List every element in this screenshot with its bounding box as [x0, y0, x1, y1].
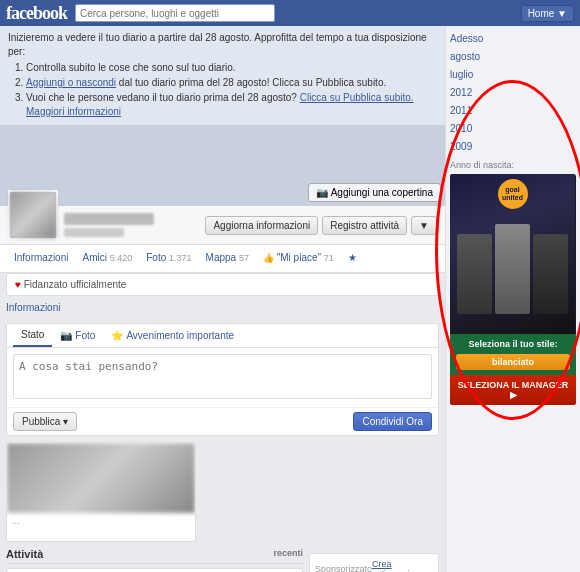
right-sidebar: Adesso agosto luglio 2012 2011 2010 2009… [445, 26, 580, 572]
feed-post-1[interactable]: ... [6, 442, 196, 542]
cover-photo-area: 📷 Aggiungi una copertina [0, 126, 445, 206]
notif-item-2: Aggiungi o nascondi dal tuo diario prima… [26, 76, 437, 90]
status-bottom-bar: Pubblica ▾ Condividi Ora [7, 407, 438, 435]
notif-link-1[interactable]: Aggiungi o nascondi [26, 77, 116, 88]
profile-name-area [64, 213, 199, 237]
tab-informazioni[interactable]: Informazioni [8, 246, 74, 271]
year-luglio[interactable]: luglio [450, 66, 576, 84]
ad-manager-button[interactable]: SELEZIONA IL MANAGER ▶ [450, 375, 576, 405]
ad-select-label: Seleziona il tuo stile: [456, 339, 570, 351]
profile-actions: Aggiorna informazioni Registro attività … [205, 216, 437, 235]
profile-name [64, 213, 154, 225]
relationship-status: ♥ Fidanzato ufficialmente [6, 273, 439, 296]
add-cover-button[interactable]: 📷 Aggiungi una copertina [308, 183, 441, 202]
update-info-button[interactable]: Aggiorna informazioni [205, 216, 318, 235]
profile-avatar [8, 190, 58, 240]
ad-manager-label: SELEZIONA IL MANAGER ▶ [456, 380, 570, 400]
tab-stato[interactable]: Stato [13, 324, 52, 347]
ad-soccer-scene [450, 174, 575, 334]
feed-area: ... [6, 442, 439, 542]
goalunited-ad[interactable]: goal united Seleziona il tuo stile: bila… [450, 174, 576, 405]
notification-bar: Inizieremo a vedere il tuo diario a part… [0, 26, 445, 126]
tab-amici[interactable]: Amici 5.420 [76, 246, 138, 271]
profile-area: Aggiorna informazioni Registro attività … [0, 206, 445, 245]
citazioni-item: Citazioni. ... [6, 568, 303, 572]
status-compose-area: Stato 📷 Foto ⭐ Avvenimento importante Pu… [6, 323, 439, 436]
status-tabs: Stato 📷 Foto ⭐ Avvenimento importante [7, 324, 438, 348]
home-button[interactable]: Home ▼ [521, 5, 574, 22]
heart-icon: ♥ [15, 279, 21, 290]
profile-sub [64, 228, 124, 237]
ad-people [457, 194, 568, 314]
ad-image: goal united [450, 174, 575, 334]
thumbs-up-icon: 👍 [263, 253, 274, 263]
maggiori-info-link[interactable]: Maggiori informazioni [26, 106, 121, 117]
tab-mappa[interactable]: Mappa 57 [200, 246, 255, 271]
status-input-area [7, 348, 438, 407]
year-2010[interactable]: 2010 [450, 120, 576, 138]
ad-person-1 [457, 234, 492, 314]
facebook-logo: facebook [6, 3, 67, 24]
activities-header: Attività recenti [6, 548, 303, 564]
notif-text: Inizieremo a vedere il tuo diario a part… [8, 32, 427, 57]
tab-mi-piace[interactable]: 👍 "Mi piace" 71 [257, 246, 340, 271]
tab-avvenimento[interactable]: ⭐ Avvenimento importante [103, 324, 242, 347]
year-navigation: Adesso agosto luglio 2012 2011 2010 2009 [450, 30, 576, 156]
ad-person-2 [495, 224, 530, 314]
tab-foto-upload[interactable]: 📷 Foto [52, 324, 103, 347]
notif-item-1: Controlla subito le cose che sono sul tu… [26, 61, 437, 75]
ad-person-3 [533, 234, 568, 314]
profile-tabs: Informazioni Amici 5.420 Foto 1.371 Mapp… [0, 245, 445, 273]
condividi-button[interactable]: Condividi Ora [353, 412, 432, 431]
bottom-feed: Attività recenti Citazioni. ... [6, 548, 439, 572]
status-text-input[interactable] [13, 354, 432, 399]
top-navigation: facebook Home ▼ [0, 0, 580, 26]
feed-post-image-1 [7, 443, 195, 513]
camera-icon: 📷 [60, 330, 72, 341]
year-adesso[interactable]: Adesso [450, 30, 576, 48]
star-icon: ★ [348, 252, 357, 263]
nav-right: Home ▼ [521, 5, 574, 22]
tab-star[interactable]: ★ [342, 246, 363, 271]
profile-more-button[interactable]: ▼ [411, 216, 437, 235]
activity-log-button[interactable]: Registro attività [322, 216, 407, 235]
star-avvenimento-icon: ⭐ [111, 330, 123, 341]
pubblica-button[interactable]: Pubblica ▾ [13, 412, 77, 431]
activities-section: Attività recenti Citazioni. ... [6, 548, 303, 572]
notif-publish-link[interactable]: Clicca su Pubblica subito. [300, 92, 414, 103]
tab-foto[interactable]: Foto 1.371 [140, 246, 197, 271]
birth-year-label: Anno di nascita: [450, 160, 576, 170]
create-ad-link[interactable]: Crea un'inserzione [372, 559, 433, 572]
notif-item-3: Vuoi che le persone vedano il tuo diario… [26, 91, 437, 119]
feed-post-text-1: ... [7, 513, 195, 529]
ads-column: Sponsorizzato Crea un'inserzione Dalla c… [309, 548, 439, 572]
bottom-ad-1: Sponsorizzato Crea un'inserzione Dalla c… [309, 553, 439, 572]
year-2012[interactable]: 2012 [450, 84, 576, 102]
sponsored-label: Sponsorizzato [315, 564, 372, 572]
ad-select-button[interactable]: bilanciato [456, 354, 570, 370]
year-2009[interactable]: 2009 [450, 138, 576, 156]
ad-select-area: Seleziona il tuo stile: bilanciato [450, 334, 576, 375]
year-agosto[interactable]: agosto [450, 48, 576, 66]
search-input[interactable] [75, 4, 275, 22]
activities-label: Attività [6, 548, 43, 560]
info-link[interactable]: Informazioni [0, 302, 445, 317]
year-2011[interactable]: 2011 [450, 102, 576, 120]
